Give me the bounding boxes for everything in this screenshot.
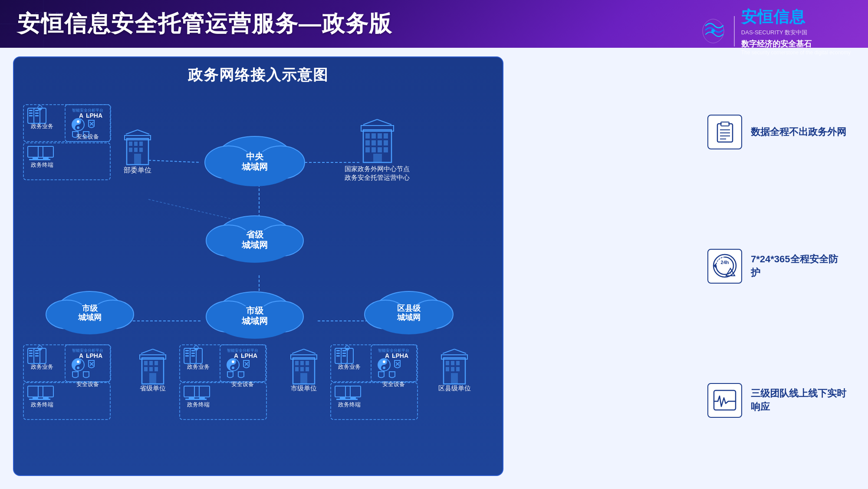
svg-line-96 [292,349,304,354]
feature-text-1: 数据全程不出政务外网 [751,126,846,139]
svg-rect-237 [722,123,728,125]
svg-point-213 [345,346,349,350]
svg-text:部委单位: 部委单位 [124,166,151,174]
svg-rect-124 [28,146,43,157]
svg-rect-79 [155,361,158,365]
svg-text:智能安全分析平台: 智能安全分析平台 [227,348,258,353]
svg-rect-218 [340,397,345,399]
svg-line-7 [148,160,201,162]
svg-rect-65 [384,140,388,145]
svg-rect-45 [125,135,151,140]
svg-point-28 [92,300,134,329]
svg-rect-66 [365,147,370,152]
svg-text:城域网: 城域网 [241,240,268,250]
svg-rect-145 [29,353,33,354]
svg-line-171 [90,362,93,366]
svg-rect-210 [342,350,346,351]
svg-point-38 [374,291,444,333]
svg-line-109 [454,349,466,354]
diagram-title: 政务网络接入示意图 [14,57,503,90]
svg-rect-173 [180,345,266,382]
svg-rect-187 [189,397,194,399]
svg-point-14 [216,136,294,184]
svg-line-97 [304,349,316,354]
svg-point-120 [38,106,42,110]
svg-text:安全设备: 安全设备 [76,381,99,387]
svg-text:α: α [241,354,244,359]
svg-point-229 [378,359,390,371]
svg-rect-115 [29,115,33,116]
svg-text:政务业务: 政务业务 [31,363,53,370]
svg-rect-82 [155,367,158,371]
svg-text:政务终端: 政务终端 [31,162,53,168]
svg-rect-112 [28,108,40,123]
svg-point-26 [56,291,124,333]
svg-point-138 [77,126,79,129]
svg-rect-76 [140,355,166,359]
page-title: 安恒信息安全托管运营服务—政务版 [17,9,392,39]
svg-rect-75 [142,358,164,384]
svg-rect-206 [336,350,340,351]
svg-text:国家政务外网中心节点: 国家政务外网中心节点 [345,165,410,172]
feature-icon-box-1 [707,115,742,149]
svg-rect-157 [29,399,40,400]
svg-rect-190 [199,397,205,399]
svg-rect-180 [191,353,195,354]
svg-point-39 [365,300,406,329]
svg-text:安全设备: 安全设备 [382,381,405,387]
svg-text:城域网: 城域网 [397,313,421,322]
svg-rect-114 [29,112,33,114]
svg-rect-113 [29,110,33,111]
svg-point-136 [72,119,84,131]
svg-rect-143 [28,348,40,363]
pulse-icon [712,388,738,412]
svg-rect-205 [335,348,347,363]
svg-text:A: A [385,352,389,359]
svg-rect-103 [456,361,460,365]
svg-text:区县级单位: 区县级单位 [438,384,471,392]
svg-rect-152 [39,348,41,350]
svg-rect-174 [184,348,196,363]
feature-item-2: 24h ! 7*24*365全程安全防护 [707,249,846,284]
feature-item-3: 三级团队线上线下实时响应 [707,383,846,418]
svg-rect-220 [345,386,361,397]
company-name: 安恒信息 [741,7,851,28]
svg-rect-181 [191,355,195,357]
svg-point-6 [711,29,715,33]
svg-rect-186 [184,386,199,397]
svg-rect-159 [43,397,49,399]
svg-rect-188 [185,399,196,400]
svg-rect-81 [149,367,153,371]
svg-rect-80 [144,367,148,371]
svg-text:智能安全分析平台: 智能安全分析平台 [378,348,409,353]
svg-line-232 [396,362,399,366]
features-panel: 数据全程不出政务外网 24h ! 7*24*365全程安全防护 [699,56,855,476]
svg-rect-125 [33,157,38,159]
svg-rect-222 [347,399,358,400]
svg-rect-119 [35,115,39,116]
svg-point-33 [206,301,251,332]
svg-rect-128 [43,157,49,159]
svg-point-32 [217,292,293,337]
svg-line-72 [377,119,391,125]
svg-rect-158 [38,386,53,397]
svg-rect-177 [185,355,189,357]
svg-rect-88 [291,355,317,359]
svg-rect-224 [371,345,417,382]
feature-icon-box-2: 24h ! [707,249,742,284]
svg-rect-207 [336,353,340,354]
svg-point-35 [217,306,293,339]
company-sub: DAS-SECURITY 数安中国 [741,29,851,36]
svg-rect-47 [134,142,138,146]
svg-rect-176 [185,353,189,354]
svg-rect-118 [35,112,39,114]
svg-text:A: A [234,352,238,359]
svg-rect-101 [446,361,449,365]
svg-line-108 [443,349,454,354]
svg-point-20 [217,216,293,261]
svg-line-140 [90,122,93,126]
svg-rect-189 [194,386,210,397]
svg-text:LPHA: LPHA [86,352,102,359]
svg-text:24h: 24h [720,260,729,265]
svg-rect-52 [134,154,141,165]
